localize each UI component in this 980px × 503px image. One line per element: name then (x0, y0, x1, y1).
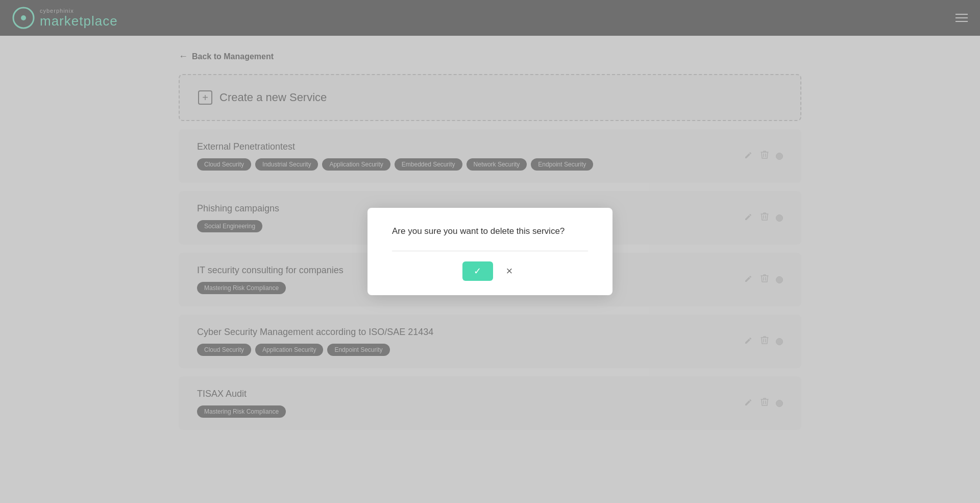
modal-divider (392, 251, 588, 251)
close-icon: × (506, 265, 513, 277)
modal-message: Are you sure you want to delete this ser… (392, 226, 588, 236)
modal-cancel-button[interactable]: × (501, 262, 518, 280)
modal-actions: ✓ × (392, 261, 588, 281)
modal-overlay: Are you sure you want to delete this ser… (0, 0, 980, 503)
modal-confirm-button[interactable]: ✓ (462, 261, 493, 281)
delete-confirmation-modal: Are you sure you want to delete this ser… (368, 208, 612, 295)
checkmark-icon: ✓ (474, 266, 481, 277)
